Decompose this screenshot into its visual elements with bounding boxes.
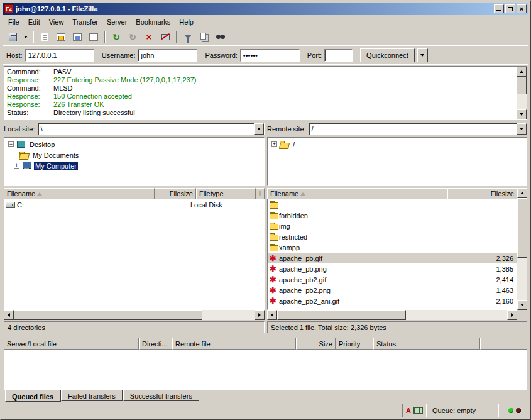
scroll-left-button[interactable]: [267, 310, 277, 320]
queue-column-remote-file[interactable]: Remote file: [172, 338, 296, 350]
remote-file-row[interactable]: restricted: [268, 231, 517, 242]
menu-edit[interactable]: Edit: [24, 17, 45, 27]
remote-site-combo[interactable]: /: [309, 123, 527, 135]
queue-column-local-file[interactable]: Server/Local file: [4, 338, 139, 350]
filter-button[interactable]: [180, 30, 195, 44]
menu-file[interactable]: File: [4, 17, 24, 27]
remote-file-row-selected[interactable]: apache_pb.gif2,326: [268, 253, 517, 263]
refresh-button[interactable]: ↻: [109, 30, 124, 44]
remote-file-row[interactable]: apache_pb2_ani.gif2,160: [268, 296, 517, 306]
image-file-icon: [269, 265, 279, 274]
username-input[interactable]: [138, 49, 197, 62]
titlebar[interactable]: Fz john@127.0.0.1 - FileZilla ×: [3, 3, 528, 15]
local-file-list: Filename Filesize Filetype L C: Local Di…: [4, 188, 265, 320]
collapse-icon[interactable]: [8, 141, 14, 147]
scroll-right-button[interactable]: [255, 310, 265, 320]
local-directory-tree[interactable]: Desktop My Documents My Computer: [4, 137, 265, 186]
local-column-filetype[interactable]: Filetype: [196, 188, 256, 199]
local-column-filesize[interactable]: Filesize: [155, 188, 196, 199]
remote-horizontal-scrollbar[interactable]: [267, 310, 517, 320]
minimize-button[interactable]: [494, 4, 504, 13]
scroll-track[interactable]: [517, 198, 527, 300]
scroll-track[interactable]: [517, 77, 527, 109]
remote-column-filesize[interactable]: Filesize: [447, 188, 517, 199]
toggle-local-tree-button[interactable]: [53, 30, 68, 44]
remote-file-row[interactable]: img: [268, 221, 517, 231]
close-button[interactable]: ×: [517, 4, 527, 13]
local-site-combo[interactable]: \: [38, 123, 265, 135]
queue-column-direction[interactable]: Directi...: [139, 338, 172, 350]
toggle-message-log-button[interactable]: [37, 30, 52, 44]
scroll-down-button[interactable]: [517, 300, 527, 310]
scroll-thumb[interactable]: [517, 198, 527, 258]
remote-vertical-scrollbar[interactable]: [517, 188, 527, 310]
quickconnect-dropdown-button[interactable]: [417, 48, 428, 62]
password-label: Password:: [205, 52, 237, 59]
scroll-thumb[interactable]: [277, 310, 406, 320]
arrow-right-icon: [258, 313, 261, 317]
queue-column-size[interactable]: Size: [296, 338, 336, 350]
scroll-down-button[interactable]: [517, 109, 527, 119]
tree-item-root[interactable]: /: [268, 139, 527, 150]
expand-icon[interactable]: [14, 163, 19, 169]
queue-column-status[interactable]: Status: [373, 338, 480, 350]
find-button[interactable]: [213, 30, 228, 44]
queue-body[interactable]: [4, 350, 527, 390]
tree-item-my-documents[interactable]: My Documents: [4, 150, 264, 160]
local-file-row[interactable]: C: Local Disk: [4, 199, 264, 210]
tab-queued-files[interactable]: Queued files: [5, 390, 60, 402]
scroll-thumb[interactable]: [14, 310, 202, 320]
remote-column-filename[interactable]: Filename: [267, 188, 447, 199]
local-column-lastmodified[interactable]: L: [256, 188, 265, 199]
statusbar: A Queue: empty: [3, 404, 528, 417]
tab-failed-transfers[interactable]: Failed transfers: [61, 390, 123, 401]
site-manager-button[interactable]: [5, 30, 20, 44]
remote-file-row[interactable]: apache_pb2.gif2,414: [268, 274, 517, 285]
menu-bookmarks[interactable]: Bookmarks: [131, 17, 175, 27]
toggle-queue-button[interactable]: [86, 30, 101, 44]
site-manager-dropdown-button[interactable]: [21, 30, 30, 44]
cancel-button[interactable]: ×: [141, 30, 156, 44]
toggle-remote-tree-button[interactable]: [70, 30, 85, 44]
scroll-left-button[interactable]: [4, 310, 14, 320]
password-input[interactable]: [240, 49, 300, 62]
maximize-button[interactable]: [505, 4, 515, 13]
remote-site-dropdown-button[interactable]: [517, 123, 527, 135]
expand-icon[interactable]: [271, 141, 277, 147]
compare-button[interactable]: [197, 30, 212, 44]
queue-column-priority[interactable]: Priority: [336, 338, 373, 350]
remote-file-row[interactable]: forbidden: [268, 210, 517, 221]
local-site-dropdown-button[interactable]: [254, 123, 264, 135]
arrow-down-icon: [520, 113, 523, 116]
remote-directory-tree[interactable]: /: [267, 137, 527, 186]
remote-file-row[interactable]: apache_pb2.png1,463: [268, 285, 517, 296]
remote-file-row[interactable]: ..: [268, 199, 517, 210]
host-input[interactable]: [25, 49, 94, 62]
log-vertical-scrollbar[interactable]: [517, 67, 527, 119]
tab-successful-transfers[interactable]: Successful transfers: [123, 390, 199, 401]
remote-file-row[interactable]: apache_pb.png1,385: [268, 263, 517, 274]
tree-item-my-computer[interactable]: My Computer: [4, 160, 264, 171]
scroll-right-button[interactable]: [507, 310, 517, 320]
scroll-up-button[interactable]: [517, 67, 527, 77]
arrow-up-icon: [520, 192, 524, 194]
port-input[interactable]: [324, 49, 353, 62]
remote-list-body[interactable]: .. forbidden img restricted xampp apache…: [267, 199, 517, 310]
local-horizontal-scrollbar[interactable]: [4, 310, 265, 320]
disconnect-button[interactable]: [158, 30, 173, 44]
menu-help[interactable]: Help: [175, 17, 198, 27]
remote-file-row[interactable]: xampp: [268, 242, 517, 253]
local-column-filename[interactable]: Filename: [4, 188, 155, 199]
scroll-track[interactable]: [277, 310, 507, 320]
menu-server[interactable]: Server: [102, 17, 131, 27]
scroll-up-button[interactable]: [517, 188, 527, 198]
scroll-thumb[interactable]: [517, 77, 527, 94]
quickconnect-button[interactable]: Quickconnect: [360, 48, 415, 62]
local-list-body[interactable]: C: Local Disk: [4, 199, 265, 310]
tree-item-desktop[interactable]: Desktop: [4, 139, 264, 150]
menu-view[interactable]: View: [45, 17, 68, 27]
arrow-left-icon: [271, 313, 273, 317]
process-queue-button[interactable]: ↻: [125, 30, 140, 44]
menu-transfer[interactable]: Transfer: [68, 17, 102, 27]
scroll-track[interactable]: [14, 310, 255, 320]
